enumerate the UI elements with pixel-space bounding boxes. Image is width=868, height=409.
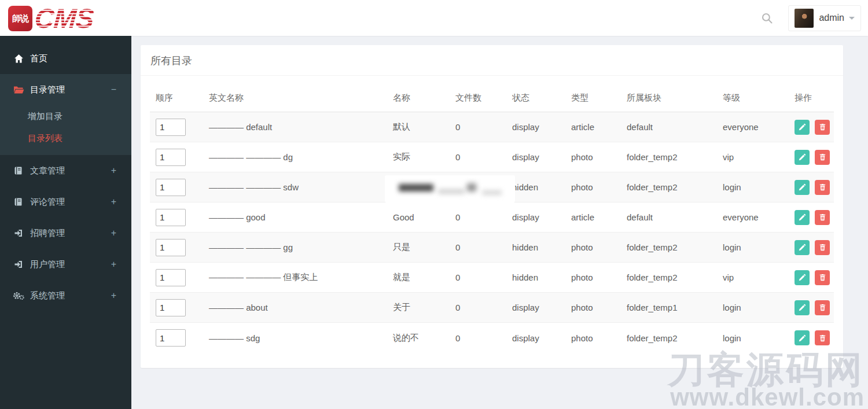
pencil-icon — [799, 183, 806, 191]
delete-button[interactable] — [815, 210, 830, 225]
level-cell: login — [723, 293, 795, 323]
edit-button[interactable] — [795, 270, 810, 285]
sidebar-group-directory: 目录管理 − 增加目录 目录列表 — [0, 74, 131, 155]
board-cell: folder_temp2 — [627, 142, 723, 172]
sign-in-icon — [13, 229, 24, 238]
level-cell: login — [723, 323, 795, 353]
order-input[interactable] — [156, 119, 186, 136]
en-name-cell: ———— ———— sdw — [209, 172, 393, 202]
sidebar-item-article-management[interactable]: 文章管理 + — [0, 155, 131, 186]
delete-button[interactable] — [815, 300, 830, 315]
order-input[interactable] — [156, 179, 186, 196]
table-row: ———— about 关于 0 display photo folder_tem… — [150, 293, 834, 323]
book-icon — [13, 166, 24, 175]
files-cell: 0 — [455, 142, 512, 172]
delete-button[interactable] — [815, 330, 830, 345]
edit-button[interactable] — [795, 210, 810, 225]
files-cell: 0 — [455, 293, 512, 323]
subitem-label: 目录列表 — [28, 133, 62, 144]
sidebar-subitem-directory-list[interactable]: 目录列表 — [0, 127, 131, 149]
files-cell: 0 — [455, 323, 512, 353]
status-cell: display — [512, 112, 571, 142]
name-cell: 说的不 — [393, 323, 455, 353]
trash-icon — [819, 304, 826, 311]
actions-cell — [795, 172, 834, 202]
delete-button[interactable] — [815, 150, 830, 165]
status-cell: display — [512, 323, 571, 353]
expand-plus-icon[interactable]: + — [111, 228, 116, 238]
expand-plus-icon[interactable]: + — [111, 290, 116, 301]
sidebar-item-comment-management[interactable]: 评论管理 + — [0, 186, 131, 218]
board-cell: folder_temp2 — [627, 172, 723, 202]
logo-icon: 師说 — [8, 6, 32, 31]
status-cell: display — [512, 293, 571, 323]
search-button[interactable] — [761, 12, 773, 24]
sidebar-item-label: 评论管理 — [30, 197, 65, 208]
expand-plus-icon[interactable]: + — [111, 259, 116, 270]
pencil-icon — [799, 274, 806, 281]
en-name-cell: ———— about — [209, 293, 393, 323]
level-cell: everyone — [723, 112, 795, 142]
user-menu[interactable]: admin — [788, 5, 861, 31]
pencil-icon — [799, 304, 806, 311]
level-cell: vip — [723, 263, 795, 293]
name-cell: 默认 — [393, 112, 455, 142]
delete-button[interactable] — [815, 180, 830, 195]
header-actions: 操作 — [795, 84, 834, 112]
directory-table: 顺序 英文名称 名称 文件数 状态 类型 所属板块 等级 操作 ———— def… — [150, 84, 834, 353]
sidebar-item-recruit-management[interactable]: 招聘管理 + — [0, 218, 131, 249]
files-cell: 0 — [455, 263, 512, 293]
order-cell — [150, 142, 209, 172]
table-row: ———— good Good 0 display article default… — [150, 202, 834, 233]
name-cell: Good — [393, 202, 455, 233]
sidebar-item-user-management[interactable]: 用户管理 + — [0, 249, 131, 280]
delete-button[interactable] — [815, 120, 830, 135]
sidebar-item-label: 目录管理 — [30, 84, 65, 95]
name-cell: 实际 — [393, 142, 455, 172]
expand-plus-icon[interactable]: + — [111, 165, 116, 176]
order-cell — [150, 112, 209, 142]
app-logo[interactable]: 師说 CMS — [8, 5, 93, 32]
collapse-minus-icon[interactable]: − — [111, 84, 116, 95]
book-icon — [13, 197, 24, 207]
search-icon — [761, 12, 773, 24]
sidebar-item-home[interactable]: 首页 — [0, 43, 131, 74]
pencil-icon — [799, 123, 806, 131]
edit-button[interactable] — [795, 180, 810, 195]
board-cell: folder_temp2 — [627, 323, 723, 353]
board-cell: folder_temp2 — [627, 263, 723, 293]
header-status: 状态 — [512, 84, 571, 112]
pencil-icon — [799, 213, 806, 221]
en-name-cell: ———— ———— dg — [209, 142, 393, 172]
delete-button[interactable] — [815, 240, 830, 255]
order-input[interactable] — [156, 269, 186, 286]
edit-button[interactable] — [795, 150, 810, 165]
order-input[interactable] — [156, 299, 186, 316]
home-icon — [13, 54, 24, 64]
level-cell: login — [723, 233, 795, 263]
trash-icon — [819, 123, 826, 131]
sidebar-subitem-add-directory[interactable]: 增加目录 — [0, 105, 131, 127]
order-input[interactable] — [156, 329, 186, 347]
delete-button[interactable] — [815, 270, 830, 285]
edit-button[interactable] — [795, 240, 810, 255]
status-cell: hidden — [512, 233, 571, 263]
order-input[interactable] — [156, 149, 186, 166]
actions-cell — [795, 202, 834, 233]
sidebar-item-system-management[interactable]: 系统管理 + — [0, 280, 131, 311]
table-row: ———— ———— 但事实上 就是 0 hidden photo folder_… — [150, 263, 834, 293]
sidebar-item-directory-management[interactable]: 目录管理 − — [0, 74, 131, 105]
sign-in-icon — [13, 260, 24, 269]
order-cell — [150, 202, 209, 233]
trash-icon — [819, 213, 826, 221]
edit-button[interactable] — [795, 300, 810, 315]
brand-text: CMS — [34, 5, 94, 32]
type-cell: photo — [571, 263, 627, 293]
expand-plus-icon[interactable]: + — [111, 197, 116, 207]
pencil-icon — [799, 153, 806, 161]
edit-button[interactable] — [795, 120, 810, 135]
order-input[interactable] — [156, 209, 186, 226]
edit-button[interactable] — [795, 330, 810, 345]
header-type: 类型 — [571, 84, 627, 112]
order-input[interactable] — [156, 239, 186, 256]
